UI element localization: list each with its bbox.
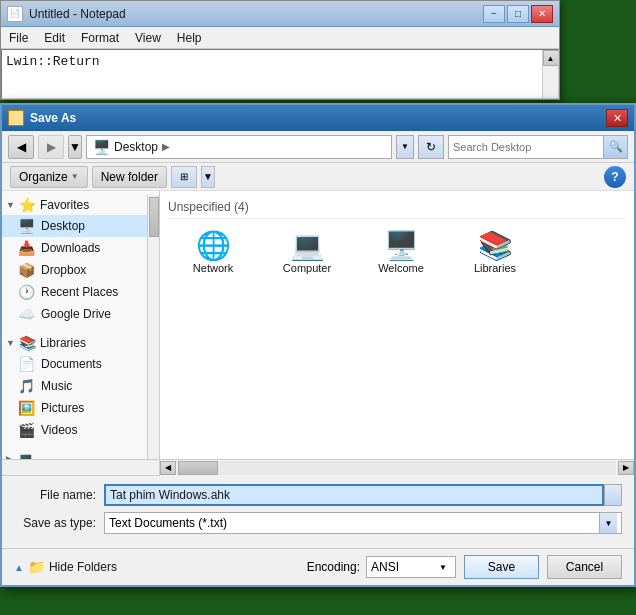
sidebar-item-music[interactable]: 🎵 Music <box>2 375 147 397</box>
notepad-menu-help[interactable]: Help <box>169 29 210 47</box>
search-box[interactable]: 🔍 <box>448 135 628 159</box>
hscroll-right-button[interactable]: ▶ <box>618 461 634 475</box>
view-button[interactable]: ⊞ <box>171 166 197 188</box>
libraries-section-header[interactable]: ▼ 📚 Libraries <box>2 333 147 353</box>
sidebar-item-documents[interactable]: 📄 Documents <box>2 353 147 375</box>
sidebar-item-videos[interactable]: 🎬 Videos <box>2 419 147 441</box>
address-text: Desktop <box>114 140 158 154</box>
notepad-menu-file[interactable]: File <box>1 29 36 47</box>
saveas-titlebar: Save As ✕ <box>2 105 634 131</box>
savetype-label: Save as type: <box>14 516 104 530</box>
hscroll-area: ◀ ▶ <box>2 459 634 475</box>
documents-icon: 📄 <box>18 356 35 372</box>
file-item-computer[interactable]: 💻 Computer <box>262 227 352 279</box>
hscroll-track[interactable] <box>178 461 616 475</box>
notepad-menu-format[interactable]: Format <box>73 29 127 47</box>
hscroll-left-button[interactable]: ◀ <box>160 461 176 475</box>
dropdown-button[interactable]: ▼ <box>68 135 82 159</box>
notepad-titlebar: 📄 Untitled - Notepad − □ ✕ <box>1 1 559 27</box>
libraries-file-label: Libraries <box>474 262 516 274</box>
notepad-menu-edit[interactable]: Edit <box>36 29 73 47</box>
view-dropdown-button[interactable]: ▼ <box>201 166 215 188</box>
refresh-button[interactable]: ↻ <box>418 135 444 159</box>
sidebar-desktop-label: Desktop <box>41 219 85 233</box>
hide-folders-button[interactable]: ▲ 📁 Hide Folders <box>14 559 117 575</box>
notepad-menu-view[interactable]: View <box>127 29 169 47</box>
notepad-content[interactable]: Lwin::Return ▲ <box>1 49 559 99</box>
folder-icon: 🖥️ <box>93 139 110 155</box>
savetype-value: Text Documents (*.txt) <box>109 516 599 530</box>
sidebar-item-downloads[interactable]: 📥 Downloads <box>2 237 147 259</box>
file-area: Unspecified (4) 🌐 Network 💻 Computer 🖥️ … <box>160 191 634 459</box>
sidebar-item-google-drive[interactable]: ☁️ Google Drive <box>2 303 147 325</box>
libraries-label: Libraries <box>40 336 86 350</box>
sidebar-item-desktop[interactable]: 🖥️ Desktop <box>2 215 147 237</box>
notepad-title: Untitled - Notepad <box>29 7 126 21</box>
favorites-icon: ⭐ <box>19 197 36 213</box>
savetype-dropdown[interactable]: Text Documents (*.txt) ▼ <box>104 512 622 534</box>
back-button[interactable]: ◀ <box>8 135 34 159</box>
sidebar-item-dropbox[interactable]: 📦 Dropbox <box>2 259 147 281</box>
search-input[interactable] <box>449 141 603 153</box>
notepad-title-left: 📄 Untitled - Notepad <box>7 6 126 22</box>
sidebar-documents-label: Documents <box>41 357 102 371</box>
hscroll-left-pad <box>2 460 160 476</box>
hide-folders-label: Hide Folders <box>49 560 117 574</box>
notepad-minimize-button[interactable]: − <box>483 5 505 23</box>
libraries-file-icon: 📚 <box>478 232 513 260</box>
file-area-header: Unspecified (4) <box>168 199 626 219</box>
dropdown-arrow-icon: ▼ <box>69 140 81 154</box>
search-button[interactable]: 🔍 <box>603 136 627 158</box>
forward-button[interactable]: ▶ <box>38 135 64 159</box>
music-icon: 🎵 <box>18 378 35 394</box>
videos-icon: 🎬 <box>18 422 35 438</box>
notepad-scrollbar[interactable]: ▲ <box>542 50 558 98</box>
file-item-libraries[interactable]: 📚 Libraries <box>450 227 540 279</box>
address-path[interactable]: 🖥️ Desktop ▶ <box>86 135 392 159</box>
notepad-maximize-button[interactable]: □ <box>507 5 529 23</box>
filename-input[interactable] <box>104 484 604 506</box>
notepad-text: Lwin::Return <box>6 54 100 69</box>
notepad-titlebar-buttons: − □ ✕ <box>483 5 553 23</box>
sidebar-recent-label: Recent Places <box>41 285 118 299</box>
encoding-dropdown[interactable]: ANSI ▼ <box>366 556 456 578</box>
content-area: ▼ ⭐ Favorites 🖥️ Desktop 📥 Downloads 📦 <box>2 191 634 459</box>
sidebar-item-recent-places[interactable]: 🕐 Recent Places <box>2 281 147 303</box>
computer-section-header[interactable]: ▶ 💻 <box>2 449 147 459</box>
toolbar: Organize ▼ New folder ⊞ ▼ ? <box>2 163 634 191</box>
help-button[interactable]: ? <box>604 166 626 188</box>
desktop-icon: 🖥️ <box>18 218 35 234</box>
filename-dropdown[interactable] <box>604 484 622 506</box>
filename-label: File name: <box>14 488 104 502</box>
favorites-section-header[interactable]: ▼ ⭐ Favorites <box>2 195 147 215</box>
sidebar-scrollbar[interactable] <box>147 195 159 459</box>
computer-expand-icon: ▶ <box>6 454 13 459</box>
organize-label: Organize <box>19 170 68 184</box>
file-item-network[interactable]: 🌐 Network <box>168 227 258 279</box>
computer-section: ▶ 💻 <box>2 449 147 459</box>
cancel-label: Cancel <box>566 560 603 574</box>
sidebar-item-pictures[interactable]: 🖼️ Pictures <box>2 397 147 419</box>
hscroll-bar[interactable]: ◀ ▶ <box>160 460 634 476</box>
cancel-button[interactable]: Cancel <box>547 555 622 579</box>
scroll-up-arrow[interactable]: ▲ <box>543 50 559 66</box>
new-folder-button[interactable]: New folder <box>92 166 167 188</box>
encoding-dropdown-arrow-icon: ▼ <box>435 563 451 572</box>
save-button[interactable]: Save <box>464 555 539 579</box>
savetype-row: Save as type: Text Documents (*.txt) ▼ <box>14 512 622 534</box>
address-bar: ◀ ▶ ▼ 🖥️ Desktop ▶ ▼ ↻ 🔍 <box>2 131 634 163</box>
organize-dropdown-icon: ▼ <box>71 172 79 181</box>
notepad-window: 📄 Untitled - Notepad − □ ✕ File Edit For… <box>0 0 560 100</box>
new-folder-label: New folder <box>101 170 158 184</box>
notepad-close-button[interactable]: ✕ <box>531 5 553 23</box>
computer-sidebar-icon: 💻 <box>17 451 34 459</box>
hscroll-thumb[interactable] <box>178 461 218 475</box>
computer-label: Computer <box>283 262 331 274</box>
saveas-close-button[interactable]: ✕ <box>606 109 628 127</box>
notepad-menubar: File Edit Format View Help <box>1 27 559 49</box>
sidebar-scroll-thumb[interactable] <box>149 197 159 237</box>
address-dropdown-button[interactable]: ▼ <box>396 135 414 159</box>
sidebar-gdrive-label: Google Drive <box>41 307 111 321</box>
organize-button[interactable]: Organize ▼ <box>10 166 88 188</box>
file-item-welcome[interactable]: 🖥️ Welcome <box>356 227 446 279</box>
